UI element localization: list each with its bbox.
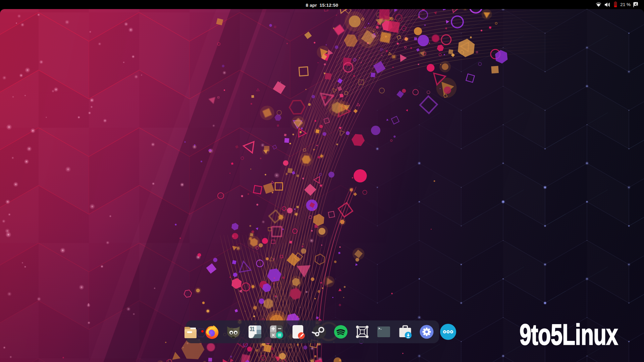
svg-text:31: 31 <box>250 326 255 332</box>
